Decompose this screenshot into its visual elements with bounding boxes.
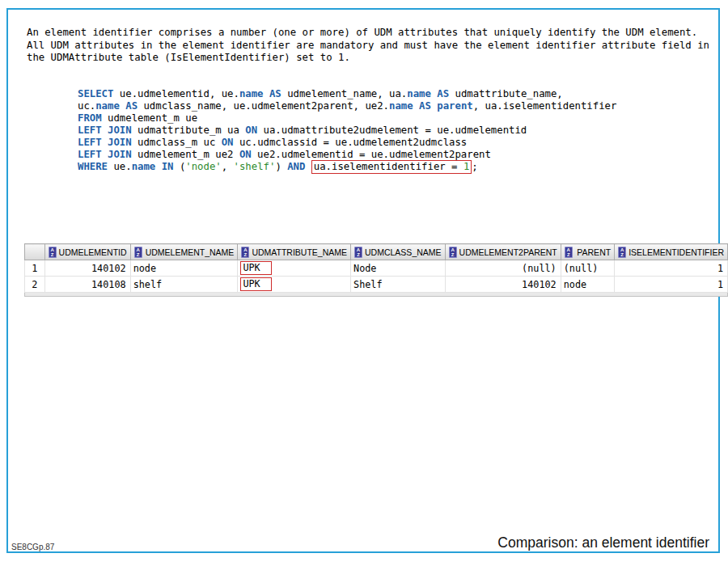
sql-highlight-box: ua.iselementidentifier = 1 [311,160,472,174]
column-header-label: UDMATTRIBUTE_NAME [252,247,347,257]
sort-az-icon: AZ [49,247,57,258]
sort-az-icon: AZ [241,247,249,258]
column-header-udmelementid[interactable]: AZUDMELEMENTID [44,244,130,260]
column-header-iselementidentifier[interactable]: AZISELEMENTIDENTIFIER [615,244,728,260]
table-cell: 140102 [44,260,130,277]
grid-bottom-edge [24,293,728,297]
table-cell: 1 [615,277,728,293]
column-header-label: UDMCLASS_NAME [365,247,442,257]
results-grid: AZUDMELEMENTIDAZUDMELEMENT_NAMEAZUDMATTR… [24,243,728,297]
footer-code: SE8CGp.87 [11,543,54,551]
intro-line: All UDM attributes in the element identi… [27,40,709,53]
table-cell: node [561,277,614,293]
sql-line: LEFT JOIN udmattribute_m ua ON ua.udmatt… [78,125,616,137]
table-cell: 140102 [445,277,561,293]
column-header-udmattribute_name[interactable]: AZUDMATTRIBUTE_NAME [238,244,351,260]
column-header-label: UDMELEMENT_NAME [146,247,235,257]
attribute-highlight-box: UPK [240,277,271,291]
column-header-label: UDMELEMENT2PARENT [459,247,557,257]
grid-header-row: AZUDMELEMENTIDAZUDMELEMENT_NAMEAZUDMATTR… [25,244,728,260]
table-cell: (null) [561,260,614,277]
slide-title: Comparison: an element identifier [497,534,709,551]
sql-line: LEFT JOIN udmelement_m ue2 ON ue2.udmele… [78,149,616,161]
table-cell: 140108 [44,277,130,293]
grid-body: 1140102nodeUPKNode(null)(null)12140108sh… [25,260,728,293]
table-cell: node [130,260,238,277]
sort-az-icon: AZ [565,247,573,258]
sort-az-icon: AZ [449,247,457,258]
sql-line: LEFT JOIN udmclass_m uc ON uc.udmclassid… [78,137,616,149]
intro-paragraph: An element identifier comprises a number… [27,27,709,65]
table-cell: 1 [615,260,728,277]
row-number-cell: 2 [25,277,45,293]
sort-az-icon: AZ [618,247,626,258]
sql-line: FROM udmelement_m ue [78,112,616,125]
row-number-cell: 1 [25,260,45,277]
sort-az-icon: AZ [134,247,142,258]
sql-line: SELECT ue.udmelementid, ue.name AS udmel… [78,88,616,100]
sql-line: uc.name AS udmclass_name, ue.udmelement2… [78,100,616,112]
sql-line: WHERE ue.name IN ('node', 'shelf') AND u… [78,161,616,173]
sql-block: SELECT ue.udmelementid, ue.name AS udmel… [78,88,616,173]
table-cell: Shelf [351,277,446,293]
results-table: AZUDMELEMENTIDAZUDMELEMENT_NAMEAZUDMATTR… [24,243,728,293]
column-header-udmclass_name[interactable]: AZUDMCLASS_NAME [351,244,446,260]
table-cell: shelf [130,277,238,293]
column-header-parent[interactable]: AZPARENT [561,244,614,260]
column-header-label: PARENT [577,247,611,257]
table-cell: UPK [238,260,351,277]
column-header-label: UDMELEMENTID [59,247,127,257]
intro-line: An element identifier comprises a number… [27,27,709,40]
table-row[interactable]: 2140108shelfUPKShelf140102node1 [25,277,728,293]
intro-line: the UDMAttribute table (IsElementIdentif… [27,52,709,65]
table-cell: UPK [238,277,351,293]
table-cell: (null) [445,260,561,277]
attribute-highlight-box: UPK [240,261,271,275]
row-number-header [25,244,45,260]
column-header-label: ISELEMENTIDENTIFIER [629,247,724,257]
sort-az-icon: AZ [354,247,362,258]
column-header-udmelement2parent[interactable]: AZUDMELEMENT2PARENT [445,244,561,260]
column-header-udmelement_name[interactable]: AZUDMELEMENT_NAME [130,244,238,260]
table-cell: Node [351,260,446,277]
table-row[interactable]: 1140102nodeUPKNode(null)(null)1 [25,260,728,277]
